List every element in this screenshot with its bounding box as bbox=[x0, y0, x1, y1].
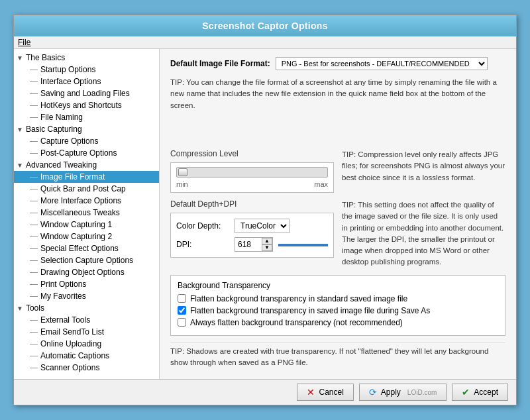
tree-item[interactable]: —Selection Capture Options bbox=[14, 254, 159, 266]
tree-item[interactable]: —Saving and Loading Files bbox=[14, 87, 159, 99]
footer: ✕ Cancel ⟳ Apply LOiD.com ✔ Accept bbox=[14, 379, 516, 405]
tip1-text: TIP: You can change the file format of a… bbox=[170, 77, 505, 142]
dpi-bar bbox=[278, 244, 328, 246]
tree-item[interactable]: —Automatic Captions bbox=[14, 350, 159, 362]
bg-trans-box: Background Transparency Flatten backgrou… bbox=[170, 275, 505, 336]
tip2-text: TIP: Compression level only really affec… bbox=[342, 149, 505, 184]
spin-buttons: ▲ ▼ bbox=[262, 238, 272, 251]
tree-item[interactable]: —Startup Options bbox=[14, 64, 159, 76]
tip3-text: TIP: This setting does not affect the qu… bbox=[342, 199, 505, 268]
dpi-row: DPI: ▲ ▼ bbox=[176, 237, 328, 252]
dpi-label: DPI: bbox=[176, 240, 229, 249]
tree-item[interactable]: —More Interface Options bbox=[14, 195, 159, 207]
main-dialog: Screenshot Captor Options File ▼The Basi… bbox=[13, 15, 517, 405]
tree-item[interactable]: —Email SendTo List bbox=[14, 326, 159, 338]
apply-label: Apply bbox=[381, 388, 401, 397]
depth-dpi-section: Default Depth+DPI Color Depth: TrueColor… bbox=[170, 199, 505, 268]
file-menu[interactable]: File bbox=[18, 38, 30, 47]
accept-label: Accept bbox=[474, 388, 498, 397]
tree-item[interactable]: —File Naming bbox=[14, 111, 159, 123]
checkbox-2-label: Flatten background transparency in saved… bbox=[190, 306, 430, 315]
tree-item[interactable]: —Capture Options bbox=[14, 135, 159, 147]
depth-dpi-box: Color Depth: TrueColor DPI: ▲ bbox=[170, 213, 334, 258]
tree-item[interactable]: —Interface Options bbox=[14, 76, 159, 87]
tree-item[interactable]: —Miscellaneous Tweaks bbox=[14, 207, 159, 219]
tree-item[interactable]: —Special Effect Options bbox=[14, 242, 159, 254]
apply-button[interactable]: ⟳ Apply LOiD.com bbox=[359, 384, 447, 401]
tree-panel[interactable]: ▼The Basics—Startup Options—Interface Op… bbox=[14, 49, 160, 379]
tree-item[interactable]: —Print Options bbox=[14, 278, 159, 290]
checkbox-1[interactable] bbox=[178, 294, 186, 303]
accept-button[interactable]: ✔ Accept bbox=[452, 384, 508, 401]
tree-item[interactable]: —Quick Bar and Post Cap bbox=[14, 183, 159, 195]
checkbox-row-1: Flatten background transparency in stand… bbox=[178, 294, 498, 303]
dpi-input[interactable] bbox=[235, 238, 262, 250]
tree-group[interactable]: ▼Basic Capturing bbox=[14, 123, 159, 135]
format-select[interactable]: PNG - Best for screenshots - DEFAULT/REC… bbox=[276, 57, 488, 70]
color-depth-select[interactable]: TrueColor bbox=[235, 219, 290, 233]
compression-left: Compression Level min max bbox=[170, 149, 334, 193]
title-bar: Screenshot Captor Options bbox=[14, 15, 516, 36]
tree-group[interactable]: ▼The Basics bbox=[14, 52, 159, 64]
slider-thumb[interactable] bbox=[178, 168, 187, 176]
tree-item[interactable]: —My Favorites bbox=[14, 290, 159, 302]
compression-section: Compression Level min max TIP: Compressi… bbox=[170, 149, 505, 193]
tree-item[interactable]: —Window Capturing 1 bbox=[14, 219, 159, 231]
menu-bar[interactable]: File bbox=[14, 36, 516, 49]
spin-up-button[interactable]: ▲ bbox=[262, 238, 272, 244]
tip-bottom-text: TIP: Shadows are created with true trans… bbox=[170, 342, 505, 372]
tree-item[interactable]: —External Tools bbox=[14, 314, 159, 326]
accept-icon: ✔ bbox=[462, 387, 470, 397]
tree-group[interactable]: ▼Advanced Tweaking bbox=[14, 159, 159, 171]
cancel-icon: ✕ bbox=[307, 387, 315, 397]
slider-track[interactable] bbox=[176, 167, 328, 178]
tree-item[interactable]: —HotKeys and Shortcuts bbox=[14, 99, 159, 111]
format-row: Default Image File Format: PNG - Best fo… bbox=[170, 57, 505, 70]
slider-labels: min max bbox=[176, 180, 328, 188]
dpi-input-wrap: ▲ ▼ bbox=[235, 237, 273, 252]
tree-item[interactable]: —Scanner Options bbox=[14, 362, 159, 374]
checkbox-2[interactable] bbox=[178, 306, 186, 315]
content-area: ▼The Basics—Startup Options—Interface Op… bbox=[14, 49, 516, 379]
slider-max: max bbox=[314, 180, 328, 188]
right-panel: Default Image File Format: PNG - Best fo… bbox=[160, 49, 516, 379]
checkbox-row-3: Always flatten background transparency (… bbox=[178, 318, 498, 327]
tree-group[interactable]: ▼Tools bbox=[14, 302, 159, 314]
apply-icon: ⟳ bbox=[369, 387, 377, 397]
cancel-button[interactable]: ✕ Cancel bbox=[297, 384, 353, 401]
watermark: LOiD.com bbox=[407, 389, 437, 396]
checkbox-3-label: Always flatten background transparency (… bbox=[190, 318, 403, 327]
depth-dpi-left: Default Depth+DPI Color Depth: TrueColor… bbox=[170, 199, 334, 258]
tree-item[interactable]: —Post-Capture Options bbox=[14, 147, 159, 159]
checkbox-row-2: Flatten background transparency in saved… bbox=[178, 306, 498, 315]
tree-item[interactable]: —Image File Format bbox=[14, 171, 159, 183]
tree-item[interactable]: —Online Uploading bbox=[14, 338, 159, 350]
checkbox-3[interactable] bbox=[178, 318, 186, 327]
format-label: Default Image File Format: bbox=[170, 59, 270, 68]
spin-down-button[interactable]: ▼ bbox=[262, 244, 272, 251]
tree-item[interactable]: —Drawing Object Options bbox=[14, 266, 159, 278]
color-depth-row: Color Depth: TrueColor bbox=[176, 219, 328, 233]
cancel-label: Cancel bbox=[319, 388, 343, 397]
slider-container: min max bbox=[170, 162, 334, 193]
compression-label: Compression Level bbox=[170, 149, 334, 158]
depth-dpi-label: Default Depth+DPI bbox=[170, 199, 334, 209]
checkbox-1-label: Flatten background transparency in stand… bbox=[190, 294, 407, 303]
bg-trans-label: Background Transparency bbox=[178, 281, 498, 290]
tree-item[interactable]: —Window Capturing 2 bbox=[14, 231, 159, 242]
color-depth-label: Color Depth: bbox=[176, 221, 229, 231]
dialog-title: Screenshot Captor Options bbox=[202, 21, 328, 31]
slider-min: min bbox=[176, 180, 188, 188]
